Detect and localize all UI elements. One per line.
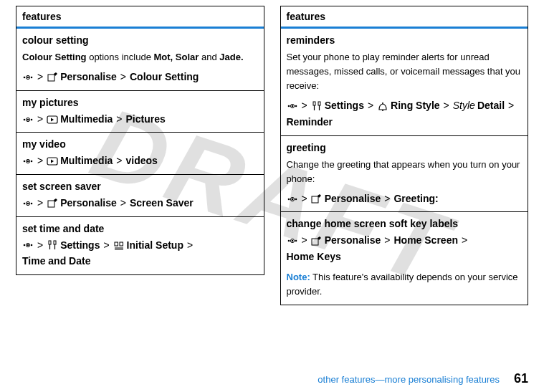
initial-setup-icon	[113, 240, 125, 250]
desc-bold: Mot, Solar	[154, 52, 199, 62]
path-seg: Colour Setting	[130, 70, 199, 85]
path-seg-italic: Style	[453, 99, 475, 113]
svg-rect-31	[120, 242, 123, 246]
path-sep: >	[302, 192, 307, 206]
path-seg: Initial Setup	[127, 239, 183, 253]
svg-point-22	[24, 244, 26, 247]
nav-path: > Personalise > Colour Setting	[22, 70, 258, 85]
menu-icon	[22, 240, 34, 250]
svg-rect-38	[313, 102, 315, 105]
path-sep: >	[384, 234, 390, 248]
feature-title: my video	[22, 138, 258, 150]
svg-point-5	[24, 118, 26, 120]
path-seg: Settings	[325, 99, 364, 113]
svg-point-25	[31, 244, 33, 247]
left-header: features	[22, 11, 61, 22]
feature-title: greeting	[287, 142, 522, 153]
svg-rect-39	[318, 102, 320, 105]
nav-path: > Settings > Ring Style > Style Detail >…	[287, 99, 522, 129]
feature-title: set time and date	[22, 223, 258, 234]
path-seg: videos	[126, 154, 158, 168]
path-sep: >	[302, 99, 307, 113]
path-seg: Multimedia	[60, 154, 113, 168]
desc-text: and	[199, 52, 219, 62]
svg-point-20	[31, 202, 33, 204]
desc-bold: Colour Setting	[22, 52, 87, 62]
content-columns: features colour setting Colour Setting o…	[0, 0, 544, 305]
svg-point-36	[291, 105, 293, 107]
feature-title: change home screen soft key labels	[287, 218, 522, 229]
feature-title: colour setting	[22, 34, 258, 46]
menu-icon	[22, 199, 34, 209]
note-label: Note:	[287, 272, 310, 282]
svg-rect-26	[49, 241, 51, 244]
svg-rect-4	[48, 75, 54, 81]
path-sep: >	[37, 70, 43, 85]
path-sep: >	[103, 239, 109, 253]
path-sep: >	[508, 99, 514, 113]
path-sep: >	[120, 196, 126, 211]
path-sep: >	[37, 239, 43, 253]
path-sep: >	[116, 113, 122, 127]
feature-desc: Set your phone to play reminder alerts f…	[287, 50, 522, 93]
path-sep: >	[116, 154, 122, 168]
settings-icon	[311, 101, 323, 111]
feature-title: my pictures	[22, 97, 258, 108]
path-sep: >	[462, 234, 467, 248]
svg-point-52	[295, 240, 297, 242]
path-seg: Settings	[60, 239, 100, 253]
svg-marker-10	[51, 118, 54, 121]
svg-point-7	[27, 118, 29, 120]
svg-point-2	[27, 77, 29, 79]
svg-point-46	[291, 198, 293, 200]
feature-time-date: set time and date > Settings > Initial S…	[16, 217, 264, 274]
feature-softkey-labels: change home screen soft key labels > Per…	[281, 212, 528, 304]
svg-rect-27	[54, 241, 56, 244]
feature-screen-saver: set screen saver > Personalise > Screen …	[16, 175, 264, 217]
page-footer: other features—more personalising featur…	[318, 371, 528, 386]
feature-my-pictures: my pictures > Multimedia > Pictures	[16, 91, 264, 133]
path-sep: >	[444, 99, 449, 113]
nav-path: > Personalise > Home Screen > Home Keys	[287, 234, 522, 264]
path-sep: >	[384, 192, 390, 206]
svg-point-34	[287, 105, 290, 107]
desc-bold: Jade.	[219, 52, 243, 62]
path-seg: Personalise	[325, 234, 381, 248]
feature-reminders: reminders Set your phone to play reminde…	[281, 29, 528, 136]
path-sep: >	[187, 239, 193, 253]
path-seg: Home Keys	[287, 250, 341, 264]
svg-point-47	[295, 198, 297, 200]
svg-point-43	[382, 102, 383, 104]
left-table: features colour setting Colour Setting o…	[16, 6, 264, 275]
multimedia-icon	[47, 115, 58, 125]
menu-icon	[22, 72, 34, 82]
right-header-row: features	[281, 6, 528, 29]
path-sep: >	[37, 113, 43, 127]
path-seg: Time and Date	[22, 254, 90, 269]
settings-icon	[47, 240, 58, 250]
feature-note: Note: This feature's availability depend…	[287, 270, 522, 299]
svg-point-44	[287, 198, 290, 200]
note-text: This feature's availability depends on y…	[287, 272, 518, 297]
nav-path: > Multimedia > videos	[22, 154, 258, 168]
feature-colour-setting: colour setting Colour Setting options in…	[16, 29, 264, 91]
right-header: features	[287, 11, 325, 22]
multimedia-icon	[47, 156, 58, 166]
path-sep: >	[302, 234, 307, 248]
path-seg: Personalise	[325, 192, 381, 206]
svg-point-51	[291, 240, 293, 242]
path-seg: Multimedia	[60, 113, 113, 127]
path-seg: Personalise	[60, 70, 117, 85]
feature-desc: Change the greeting that appears when yo…	[287, 158, 522, 186]
path-seg: Greeting:	[393, 192, 438, 206]
path-seg: Home Screen	[393, 234, 457, 248]
path-sep: >	[368, 99, 373, 113]
svg-point-19	[27, 202, 29, 204]
feature-greeting: greeting Change the greeting that appear…	[281, 136, 528, 213]
svg-point-37	[295, 105, 297, 107]
path-seg: Screen Saver	[130, 196, 194, 211]
footer-title: other features—more personalising featur…	[318, 374, 500, 385]
menu-icon	[287, 101, 298, 111]
ring-icon	[377, 101, 388, 111]
page-number: 61	[514, 371, 528, 386]
